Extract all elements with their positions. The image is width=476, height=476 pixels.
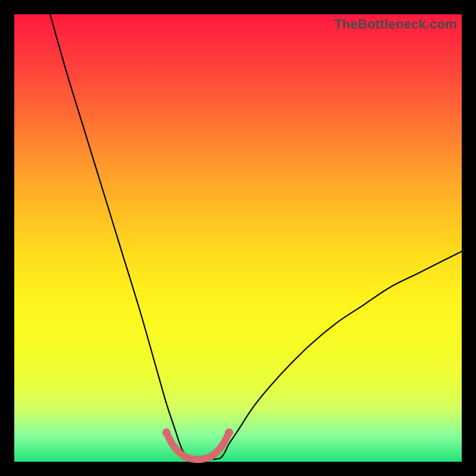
chart-frame: TheBottleneck.com — [0, 0, 476, 476]
bottleneck-curve — [50, 14, 462, 460]
marker-dot-right — [225, 428, 233, 437]
chart-svg — [14, 14, 462, 462]
base-marker-curve — [167, 433, 229, 459]
plot-area: TheBottleneck.com — [14, 14, 462, 462]
marker-dot-left — [162, 428, 171, 437]
